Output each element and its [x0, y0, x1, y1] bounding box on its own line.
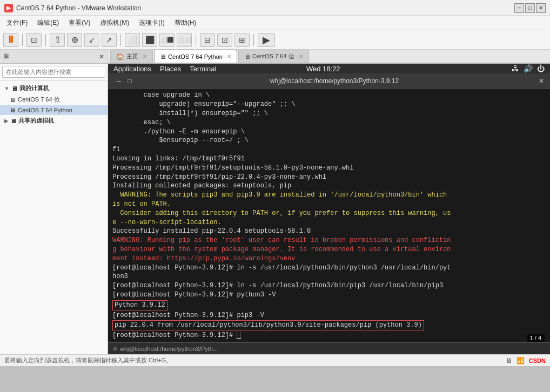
toolbar-btn9[interactable]: ⬜⬛ — [159, 33, 175, 47]
tree-label: CentOS 7 64 位 — [18, 96, 60, 104]
term-line: Installing collected packages: setuptool… — [112, 181, 546, 191]
term-pip-version: pip 22.0.4 from /usr/local/python3/lib/p… — [112, 320, 424, 330]
tab-home[interactable]: 🏠 主页 ✕ — [110, 50, 153, 63]
app-icon: ▶ — [4, 4, 13, 12]
toolbar-btn4[interactable]: ⊕ — [67, 33, 82, 47]
term-line: Processing /tmp/tmptf9r5f91/pip-22.0.4-p… — [112, 173, 546, 182]
menu-file[interactable]: 文件(F) — [2, 17, 32, 29]
gnome-terminal[interactable]: Terminal — [190, 65, 216, 73]
search-input[interactable] — [2, 66, 105, 78]
term-line: [root@localhost Python-3.9.12]# pip3 -V — [112, 311, 546, 320]
sidebar-close[interactable]: ✕ — [99, 53, 104, 60]
term-python-version: Python 3.9.12 — [112, 300, 167, 310]
terminal-tab-label: whj@localhost:/home/python3/Pyth... — [120, 346, 218, 352]
gnome-topbar: Applications Places Terminal Wed 18:22 🖧… — [108, 64, 550, 73]
term-line: Processing /tmp/tmptf9r5f91/setuptools-5… — [112, 164, 546, 173]
sidebar-item-my-computers[interactable]: ▼ 🖥 我的计算机 — [0, 83, 108, 94]
volume-icon[interactable]: 🔊 — [524, 64, 533, 73]
gnome-places[interactable]: Places — [160, 65, 181, 73]
toolbar-pause[interactable]: ⏸ — [3, 33, 18, 47]
tab-label: CentOS 7 64 位 — [252, 52, 294, 60]
gnome-clock: Wed 18:22 — [306, 65, 340, 73]
toolbar-btn10[interactable]: ⬜⬜ — [177, 33, 192, 47]
power-icon[interactable]: ⏻ — [537, 64, 545, 73]
toolbar-sep1 — [22, 34, 23, 46]
gnome-applications[interactable]: Applications — [113, 65, 151, 73]
minimize-button[interactable]: ─ — [514, 3, 524, 13]
network-icon[interactable]: 🖧 — [512, 64, 519, 73]
terminal-title: whj@localhost:/home/python3/Python-3.9.1… — [134, 77, 535, 85]
toolbar: ⏸ ⊡ ⇧ ⊕ ↙ ↗ ⬜ ⬛ ⬜⬛ ⬜⬜ ⊟ ⊡ ⊞ ▶ — [0, 30, 550, 50]
term-line-warning7: ment instead: https://pip.pypa.io/warnin… — [112, 254, 546, 263]
toolbar-btn5[interactable]: ↙ — [84, 33, 99, 47]
toolbar-btn14[interactable]: ▶ — [258, 33, 275, 47]
gnome-right-icons: 🖧 🔊 ⏻ — [512, 64, 545, 73]
term-restore[interactable]: □ — [125, 77, 134, 85]
tab-label: CentOS 7 64 Python — [168, 53, 223, 60]
term-line: upgrade) ensurepip="--upgrade" ;; \ — [112, 100, 546, 109]
tab-centos-python[interactable]: 🖥 CentOS 7 64 Python ✕ — [154, 50, 237, 63]
sidebar-search — [0, 64, 108, 80]
statusbar: 要将输入定向到该虚拟机，请将鼠标指针移入其中或按 Ctrl+G。 🖥 📶 CSD… — [0, 354, 550, 366]
menu-help[interactable]: 帮助(H) — [170, 17, 201, 29]
sidebar-title: 库 — [3, 52, 9, 60]
term-line-warning3: Consider adding this directory to PATH o… — [112, 209, 546, 218]
terminal-container[interactable]: ─ □ whj@localhost:/home/python3/Python-3… — [108, 73, 550, 354]
menu-view[interactable]: 查看(V) — [64, 17, 95, 29]
computer-icon: 🖥 — [11, 85, 17, 92]
term-line: [root@localhost Python-3.9.12]# python3 … — [112, 290, 546, 300]
tab-centos64[interactable]: 🖥 CentOS 7 64 位 ✕ — [238, 50, 309, 63]
menu-edit[interactable]: 编辑(E) — [33, 17, 63, 29]
titlebar: ▶ CentOS 7 64 Python - VMware Workstatio… — [0, 0, 550, 16]
term-minimize[interactable]: ─ — [115, 77, 123, 85]
tab-close-icon[interactable]: ✕ — [227, 53, 231, 59]
term-line: esac; \ — [112, 118, 546, 127]
term-line-warning6: g behaviour with the system package mana… — [112, 245, 546, 254]
menu-vm[interactable]: 虚拟机(M) — [96, 17, 133, 29]
sidebar-item-centos64[interactable]: 🖥 CentOS 7 64 位 — [0, 94, 108, 105]
close-button[interactable]: ✕ — [536, 3, 546, 13]
tab-close-icon[interactable]: ✕ — [299, 53, 303, 59]
window-controls: ─ □ ✕ — [514, 3, 546, 13]
term-close[interactable]: ✕ — [537, 77, 546, 85]
term-line-warning2: is not on PATH. — [112, 200, 546, 209]
tabbar: 🏠 主页 ✕ 🖥 CentOS 7 64 Python ✕ 🖥 CentOS 7… — [108, 50, 550, 64]
term-line: [root@localhost Python-3.9.12]# ln -s /u… — [112, 263, 546, 273]
tab-close-icon[interactable]: ✕ — [143, 53, 147, 59]
toolbar-btn12[interactable]: ⊡ — [217, 33, 232, 47]
terminal-tab-icon: 🖥 — [112, 346, 118, 352]
arrow-icon: ▶ — [4, 118, 8, 124]
menu-tabs[interactable]: 选项卡(I) — [135, 17, 169, 29]
toolbar-send[interactable]: ⊡ — [26, 33, 42, 47]
term-prompt: [root@localhost Python-3.9.12]# █ — [112, 331, 546, 340]
term-line-warning5: WARNING: Running pip as the 'root' user … — [112, 236, 546, 245]
toolbar-btn6[interactable]: ↗ — [102, 33, 117, 47]
toolbar-btn8[interactable]: ⬛ — [142, 33, 157, 47]
maximize-button[interactable]: □ — [525, 3, 535, 13]
term-line: hon3 — [112, 272, 546, 281]
term-line-warning4: e --no-warn-script-location. — [112, 218, 546, 227]
term-line: $ensurepip --root=/ ; \ — [112, 136, 546, 145]
vm-tab-icon: 🖥 — [160, 53, 166, 60]
sidebar-item-shared[interactable]: ▶ 🖥 共享的虚拟机 — [0, 115, 108, 126]
sidebar-tree: ▼ 🖥 我的计算机 🖥 CentOS 7 64 位 🖥 CentOS 7 64 … — [0, 80, 108, 354]
terminal-titlebar: ─ □ whj@localhost:/home/python3/Python-3… — [108, 73, 550, 89]
terminal-body[interactable]: case upgrade in \ upgrade) ensurepip="--… — [108, 89, 550, 342]
toolbar-sep4 — [196, 34, 196, 46]
toolbar-btn7[interactable]: ⬜ — [125, 33, 140, 47]
page-counter: 1 / 4 — [527, 334, 545, 342]
toolbar-btn3[interactable]: ⇧ — [50, 33, 65, 47]
toolbar-btn13[interactable]: ⊞ — [234, 33, 250, 47]
term-line: fi — [112, 145, 546, 154]
tab-label: 主页 — [126, 52, 138, 60]
sidebar: 库 ✕ ▼ 🖥 我的计算机 🖥 CentOS 7 64 位 🖥 CentOS 7… — [0, 50, 108, 354]
signal-icon: 📶 — [517, 357, 525, 364]
csdn-icon: CSDN — [529, 357, 546, 364]
tree-label: 我的计算机 — [19, 84, 49, 92]
terminal-tabbar: 🖥 whj@localhost:/home/python3/Pyth... — [108, 342, 550, 354]
arrow-icon: ▼ — [4, 86, 9, 91]
sidebar-item-centos-python[interactable]: 🖥 CentOS 7 64 Python — [0, 105, 108, 115]
term-line-warning1: WARNING: The scripts pip3 and pip3.9 are… — [112, 191, 546, 200]
app-title: CentOS 7 64 Python - VMware Workstation — [16, 4, 511, 12]
toolbar-btn11[interactable]: ⊟ — [200, 33, 215, 47]
